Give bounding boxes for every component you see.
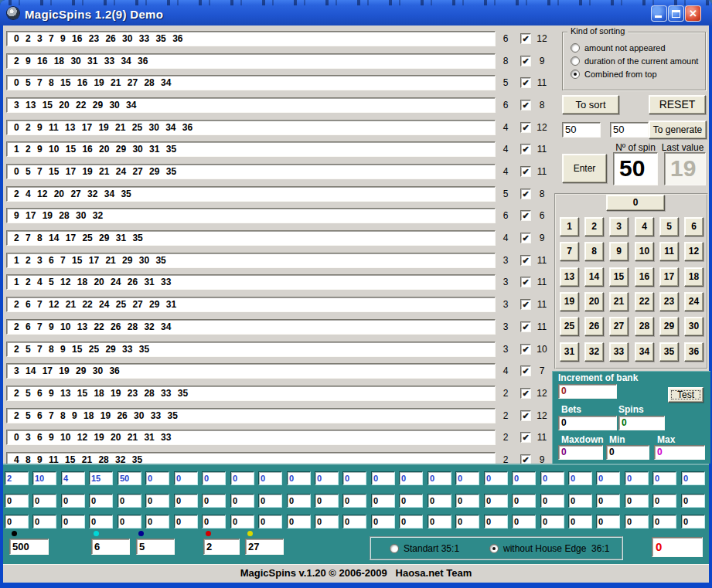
number-button-28[interactable]: 28	[635, 317, 654, 336]
bet-cell[interactable]: 0	[202, 471, 226, 485]
number-button-26[interactable]: 26	[584, 317, 604, 336]
row-checkbox[interactable]: ✔	[520, 33, 531, 44]
total-result-input[interactable]: 0	[652, 537, 703, 557]
number-button-7[interactable]: 7	[560, 242, 579, 261]
close-button[interactable]: ✕	[685, 5, 701, 22]
bet-cell[interactable]: 0	[315, 494, 339, 508]
bottom-param-input[interactable]: 500	[9, 539, 49, 555]
sequence-field[interactable]: 1 2 4 5 12 18 20 24 26 31 33	[6, 274, 496, 290]
bet-cell[interactable]: 0	[258, 494, 282, 508]
minimize-button[interactable]	[651, 5, 667, 22]
bet-cell[interactable]: 0	[145, 494, 169, 508]
sequence-field[interactable]: 3 14 17 19 29 30 36	[6, 363, 496, 379]
bet-cell[interactable]: 0	[287, 494, 311, 508]
bet-cell[interactable]: 0	[596, 515, 620, 529]
generate-count-input[interactable]: 50	[562, 122, 601, 138]
bet-cell[interactable]: 0	[540, 471, 564, 485]
bet-cell[interactable]: 0	[484, 471, 508, 485]
spins-input[interactable]: 0	[618, 416, 665, 430]
bet-cell[interactable]: 0	[428, 515, 451, 529]
bottom-param-input[interactable]: 27	[245, 539, 284, 555]
row-checkbox[interactable]: ✔	[520, 299, 531, 310]
bet-cell[interactable]: 0	[568, 515, 592, 529]
row-checkbox[interactable]: ✔	[520, 144, 531, 155]
bet-cell[interactable]: 10	[32, 471, 56, 485]
bet-cell[interactable]: 2	[5, 471, 29, 485]
bet-cell[interactable]: 0	[174, 471, 198, 485]
sequence-field[interactable]: 9 17 19 28 30 32	[6, 208, 496, 223]
number-button-2[interactable]: 2	[584, 217, 604, 236]
row-checkbox[interactable]: ✔	[520, 388, 531, 399]
bet-cell[interactable]: 0	[230, 471, 254, 485]
bet-cell[interactable]: 0	[428, 471, 451, 485]
bet-cell[interactable]: 0	[455, 494, 479, 508]
row-checkbox[interactable]: ✔	[520, 321, 531, 332]
number-button-14[interactable]: 14	[584, 267, 604, 287]
number-button-24[interactable]: 24	[684, 292, 703, 311]
radio-icon[interactable]	[571, 43, 580, 53]
bet-cell[interactable]: 0	[342, 494, 366, 508]
number-button-12[interactable]: 12	[684, 242, 703, 261]
bet-cell[interactable]: 0	[371, 515, 395, 529]
increment-input[interactable]: 0	[558, 384, 617, 399]
bet-cell[interactable]: 0	[315, 515, 339, 529]
bet-cell[interactable]: 0	[5, 515, 29, 529]
bet-cell[interactable]: 0	[61, 515, 85, 529]
number-button-34[interactable]: 34	[635, 342, 654, 362]
bet-cell[interactable]: 0	[174, 494, 198, 508]
test-button[interactable]: Test	[668, 387, 703, 403]
bet-cell[interactable]: 0	[371, 494, 395, 508]
number-button-22[interactable]: 22	[635, 292, 654, 311]
sequence-field[interactable]: 3 13 15 20 22 29 30 34	[6, 97, 496, 113]
bet-cell[interactable]: 0	[455, 515, 479, 529]
row-checkbox[interactable]: ✔	[520, 77, 531, 88]
sequence-field[interactable]: 2 5 7 8 9 15 25 29 33 35	[6, 342, 496, 357]
number-button-16[interactable]: 16	[635, 267, 654, 287]
number-button-23[interactable]: 23	[659, 292, 679, 311]
bottom-param-input[interactable]: 5	[136, 539, 175, 555]
maximize-button[interactable]	[668, 5, 684, 22]
row-checkbox[interactable]: ✔	[520, 255, 531, 266]
sequence-field[interactable]: 0 2 3 7 9 16 23 26 30 33 35 36	[6, 31, 496, 46]
row-checkbox[interactable]: ✔	[520, 100, 531, 110]
row-checkbox[interactable]: ✔	[520, 277, 531, 287]
bet-cell[interactable]: 0	[202, 494, 226, 508]
to-sort-button[interactable]: To sort	[562, 95, 619, 114]
bet-cell[interactable]: 0	[625, 494, 649, 508]
bet-cell[interactable]: 0	[89, 494, 113, 508]
radio-icon[interactable]	[571, 56, 580, 66]
sequence-field[interactable]: 0 5 7 8 15 16 19 21 27 28 34	[6, 75, 496, 90]
bottom-param-input[interactable]: 6	[91, 539, 130, 555]
number-button-36[interactable]: 36	[684, 342, 703, 362]
bet-cell[interactable]: 0	[145, 515, 169, 529]
radio-icon[interactable]	[489, 544, 499, 553]
bet-cell[interactable]: 0	[681, 471, 705, 485]
sequence-field[interactable]: 2 9 16 18 30 31 33 34 36	[6, 53, 496, 69]
bet-cell[interactable]: 0	[512, 515, 536, 529]
bet-cell[interactable]: 0	[681, 494, 705, 508]
number-button-30[interactable]: 30	[684, 317, 703, 336]
bets-input[interactable]: 0	[558, 416, 617, 430]
bet-cell[interactable]: 0	[315, 471, 339, 485]
row-checkbox[interactable]: ✔	[520, 56, 531, 66]
sequence-field[interactable]: 2 5 6 7 8 9 18 19 26 30 33 35	[6, 408, 496, 423]
bet-cell[interactable]: 0	[596, 471, 620, 485]
bet-cell[interactable]: 0	[484, 494, 508, 508]
number-button-35[interactable]: 35	[659, 342, 679, 362]
bet-cell[interactable]: 0	[287, 471, 311, 485]
bet-cell[interactable]: 0	[652, 471, 676, 485]
number-button-3[interactable]: 3	[609, 217, 629, 236]
sequence-field[interactable]: 2 6 7 9 10 13 22 26 28 32 34	[6, 319, 496, 335]
number-button-19[interactable]: 19	[560, 292, 579, 311]
bet-cell[interactable]: 0	[652, 515, 676, 529]
min-input[interactable]: 0	[606, 445, 649, 460]
sequence-field[interactable]: 0 5 7 15 17 19 21 24 27 29 35	[6, 164, 496, 179]
bet-cell[interactable]: 0	[625, 515, 649, 529]
bet-cell[interactable]: 0	[230, 494, 254, 508]
bet-cell[interactable]: 0	[61, 494, 85, 508]
row-checkbox[interactable]: ✔	[520, 344, 531, 355]
bet-cell[interactable]: 0	[652, 494, 676, 508]
bet-cell[interactable]: 50	[118, 471, 141, 485]
row-checkbox[interactable]: ✔	[520, 122, 531, 133]
maxdown-input[interactable]: 0	[558, 445, 603, 460]
